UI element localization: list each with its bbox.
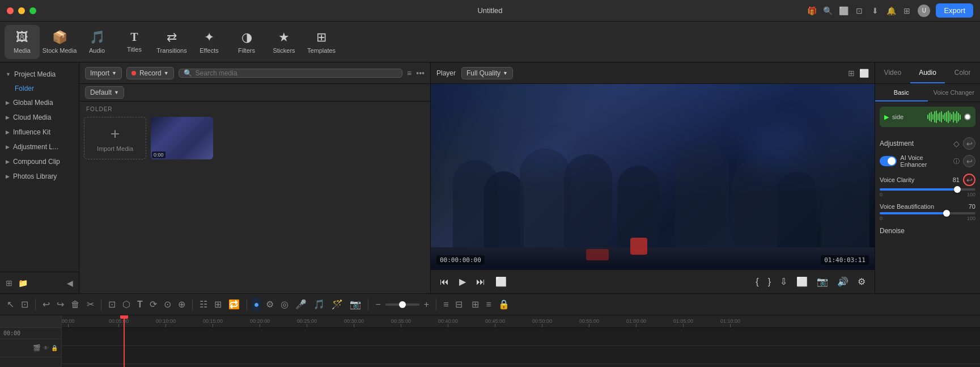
zoom-minus[interactable]: −: [373, 298, 383, 311]
track-mute-icon[interactable]: 👁: [43, 345, 49, 351]
audio-volume-knob[interactable]: [964, 113, 971, 120]
more-icon[interactable]: •••: [416, 69, 425, 78]
go-to-end-button[interactable]: ⏭: [474, 275, 487, 289]
grid-icon[interactable]: ⊞: [902, 6, 912, 16]
notification-icon[interactable]: 🔔: [886, 6, 896, 16]
settings-button[interactable]: ⚙: [855, 274, 868, 289]
voice-clarity-reset-button[interactable]: ↩: [963, 174, 975, 186]
export-button[interactable]: Export: [936, 3, 973, 18]
audio-button[interactable]: 🔊: [835, 274, 851, 289]
layout-icon[interactable]: ⬜: [838, 6, 849, 16]
camera-tool[interactable]: 📷: [347, 297, 363, 311]
fullscreen-button[interactable]: ⬜: [794, 274, 810, 289]
collapse-sidebar-button[interactable]: ◀: [67, 279, 73, 288]
sub-tab-voice-changer[interactable]: Voice Changer: [928, 84, 981, 102]
media-type-icon[interactable]: ⊞: [469, 297, 481, 311]
sidebar-item-photos-library[interactable]: ▶ Photos Library: [0, 169, 79, 184]
ai-voice-enhancer-toggle[interactable]: [880, 156, 897, 166]
mark-in-button[interactable]: {: [753, 275, 761, 289]
grid-tool[interactable]: ☷: [197, 297, 210, 311]
search-icon[interactable]: 🔍: [822, 6, 833, 16]
reset-icon[interactable]: ◇: [953, 139, 960, 148]
text-tool[interactable]: T: [135, 298, 145, 311]
select-tool[interactable]: ↖: [5, 297, 16, 311]
toolbar-item-media[interactable]: 🖼 Media: [5, 25, 40, 59]
sidebar-item-compound-clip[interactable]: ▶ Compound Clip: [0, 154, 79, 169]
gift-icon[interactable]: 🎁: [807, 6, 817, 16]
sidebar-item-project-media[interactable]: ▼ Project Media: [0, 67, 79, 82]
tab-color[interactable]: Color: [945, 62, 980, 83]
record-tool[interactable]: ●: [252, 298, 262, 311]
play-button[interactable]: ▶: [457, 274, 468, 289]
cut-tool[interactable]: ✂: [84, 297, 96, 311]
toolbar-item-stickers[interactable]: ★ Stickers: [266, 25, 302, 59]
undo-tool[interactable]: ↩: [40, 297, 52, 311]
avatar[interactable]: U: [918, 5, 930, 17]
timeline-playhead[interactable]: [124, 315, 125, 367]
screenshot-button[interactable]: 📷: [814, 274, 830, 289]
zoom-tool[interactable]: ⊙: [162, 297, 173, 311]
layout-tool[interactable]: ⊞: [212, 297, 224, 311]
download-icon[interactable]: ⬇: [870, 6, 880, 16]
lock-icon[interactable]: 🔒: [496, 297, 512, 311]
sidebar-item-cloud-media[interactable]: ▶ Cloud Media: [0, 110, 79, 125]
import-button[interactable]: Import ▼: [85, 67, 122, 79]
toolbar-item-audio[interactable]: 🎵 Audio: [79, 25, 114, 59]
timeline-view-icon[interactable]: ≡: [483, 298, 493, 311]
zoom-slider-thumb[interactable]: [399, 301, 406, 308]
playhead-handle[interactable]: [120, 315, 128, 319]
undo-button[interactable]: ↩: [963, 137, 975, 150]
split-tool[interactable]: ⬡: [120, 297, 133, 311]
zoom-slider[interactable]: [385, 303, 419, 306]
snap-tool[interactable]: ⊡: [19, 297, 31, 311]
add-tool[interactable]: ⊕: [176, 297, 188, 311]
voice-beautification-slider[interactable]: [880, 212, 975, 214]
settings-tool[interactable]: ⚙: [264, 297, 276, 311]
search-input[interactable]: [196, 69, 398, 77]
crop-tool[interactable]: ⊡: [106, 297, 118, 311]
layout-split-icon[interactable]: ⊞: [848, 69, 855, 78]
toolbar-item-effects[interactable]: ✦ Effects: [192, 25, 227, 59]
sidebar-item-influence-kit[interactable]: ▶ Influence Kit: [0, 125, 79, 140]
sidebar-item-adjustment-l[interactable]: ▶ Adjustment L...: [0, 140, 79, 154]
tab-audio[interactable]: Audio: [910, 62, 945, 83]
sidebar-item-global-media[interactable]: ▶ Global Media: [0, 95, 79, 110]
crop-icon[interactable]: ⬜: [859, 69, 869, 78]
undo-button[interactable]: ↩: [963, 155, 975, 167]
music-tool[interactable]: 🎵: [311, 297, 327, 311]
close-button[interactable]: [7, 7, 14, 14]
effect-tool[interactable]: 🪄: [329, 297, 345, 311]
go-to-start-button[interactable]: ⏮: [438, 275, 451, 289]
voice-clarity-slider[interactable]: [880, 188, 975, 191]
info-icon[interactable]: ⓘ: [953, 157, 960, 166]
toolbar-item-stock-media[interactable]: 📦 Stock Media: [42, 25, 77, 59]
media-thumbnail[interactable]: 0:00: [151, 117, 213, 159]
toolbar-item-filters[interactable]: ◑ Filters: [229, 25, 264, 59]
toolbar-item-templates[interactable]: ⊞ Templates: [304, 25, 339, 59]
toolbar-item-transitions[interactable]: ⇄ Transitions: [154, 25, 189, 59]
delete-tool[interactable]: 🗑: [69, 298, 82, 311]
zoom-plus[interactable]: +: [422, 298, 431, 311]
filter-icon[interactable]: ≡: [407, 69, 411, 78]
mic-tool[interactable]: 🎤: [293, 297, 309, 311]
minimize-button[interactable]: [18, 7, 25, 14]
panel-tool[interactable]: ⊟: [453, 297, 465, 311]
track-lock-icon[interactable]: 🔒: [51, 345, 58, 351]
rotate-tool[interactable]: ⟳: [147, 297, 159, 311]
loop-tool[interactable]: 🔁: [226, 297, 242, 311]
maximize-button[interactable]: [29, 7, 36, 14]
sidebar-item-folder[interactable]: Folder: [0, 82, 79, 95]
toolbar-item-titles[interactable]: T Titles: [117, 25, 152, 59]
quality-select[interactable]: Full Quality ▼: [461, 67, 513, 79]
tab-video[interactable]: Video: [875, 62, 910, 83]
more-tool[interactable]: ≡: [441, 298, 451, 311]
stabilize-tool[interactable]: ◎: [278, 297, 291, 311]
new-folder-icon[interactable]: ⊞: [6, 279, 12, 288]
sub-tab-basic[interactable]: Basic: [875, 84, 928, 102]
record-button[interactable]: Record ▼: [126, 67, 174, 79]
redo-tool[interactable]: ↪: [54, 297, 66, 311]
voice-beautification-thumb[interactable]: [943, 210, 950, 217]
default-dropdown[interactable]: Default ▼: [85, 86, 124, 99]
loop-button[interactable]: ⬜: [493, 274, 509, 289]
voice-clarity-thumb[interactable]: [954, 186, 961, 193]
